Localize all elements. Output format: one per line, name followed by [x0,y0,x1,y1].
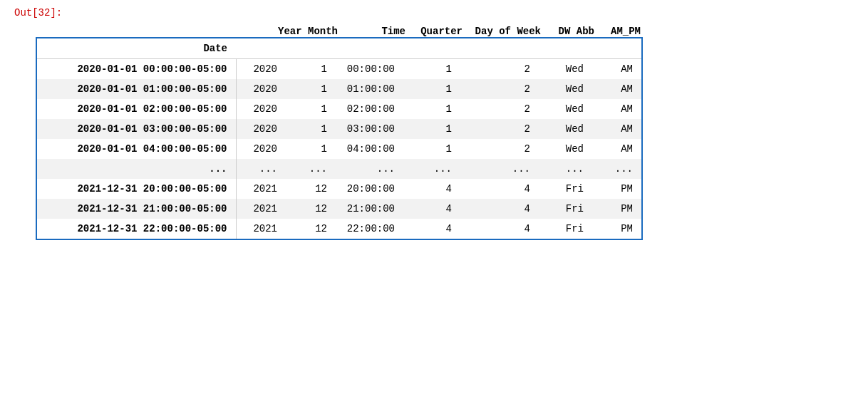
col-header-am-pm: AM_PM [594,26,641,37]
col-header-year-month: Year Month [252,26,338,37]
table-row: 2021-12-31 20:00:00-05:0020211220:00:004… [36,179,642,199]
date-cell: 2021-12-31 21:00:00-05:00 [36,199,236,219]
dw-abb-cell: Fri [539,219,592,239]
date-cell: 2020-01-01 02:00:00-05:00 [36,99,236,119]
dw-abb-cell: Fri [539,179,592,199]
date-cell: 2020-01-01 04:00:00-05:00 [36,139,236,159]
quarter-cell: ... [403,159,460,179]
time-cell: 20:00:00 [336,179,403,199]
dw-abb-cell: Wed [539,119,592,139]
year-cell: 2020 [236,79,286,99]
time-cell: 21:00:00 [336,199,403,219]
year-cell: ... [236,159,286,179]
dow-cell: 4 [460,179,539,199]
am-pm-cell: PM [592,179,642,199]
dow-cell: 2 [460,99,539,119]
month-cell: 1 [286,139,336,159]
dw-abb-cell: Wed [539,139,592,159]
time-cell: 00:00:00 [336,59,403,80]
date-cell: 2021-12-31 20:00:00-05:00 [36,179,236,199]
output-label: Out[32]: [14,7,854,19]
year-cell: 2021 [236,219,286,239]
col-header-time: Time [338,26,405,37]
dow-cell: 4 [460,219,539,239]
table-row: 2020-01-01 03:00:00-05:002020103:00:0012… [36,119,642,139]
time-cell: 01:00:00 [336,79,403,99]
year-cell: 2020 [236,119,286,139]
time-cell: 04:00:00 [336,139,403,159]
date-cell: 2020-01-01 01:00:00-05:00 [36,79,236,99]
dw-abb-cell: Fri [539,199,592,219]
month-cell: 1 [286,99,336,119]
table-row: 2021-12-31 22:00:00-05:0020211222:00:004… [36,219,642,239]
year-cell: 2020 [236,139,286,159]
time-cell: ... [336,159,403,179]
col-header-dw-abb: DW Abb [541,26,594,37]
am-pm-cell: AM [592,59,642,80]
table-row: 2020-01-01 02:00:00-05:002020102:00:0012… [36,99,642,119]
quarter-cell: 1 [403,139,460,159]
table-row: 2021-12-31 21:00:00-05:0020211221:00:004… [36,199,642,219]
year-cell: 2021 [236,199,286,219]
col-header-quarter: Quarter [405,26,463,37]
year-cell: 2020 [236,99,286,119]
table-row: 2020-01-01 04:00:00-05:002020104:00:0012… [36,139,642,159]
date-cell: 2021-12-31 22:00:00-05:00 [36,219,236,239]
quarter-cell: 1 [403,119,460,139]
am-pm-cell: AM [592,139,642,159]
dow-cell: 2 [460,59,539,80]
quarter-cell: 4 [403,179,460,199]
year-cell: 2021 [236,179,286,199]
col-header-day-of-week: Day of Week [463,26,541,37]
dow-cell: 2 [460,139,539,159]
month-cell: 1 [286,79,336,99]
dow-cell: 2 [460,79,539,99]
quarter-cell: 1 [403,59,460,80]
am-pm-cell: PM [592,199,642,219]
am-pm-cell: AM [592,79,642,99]
dw-abb-cell: Wed [539,59,592,80]
month-cell: 1 [286,59,336,80]
dow-cell: 2 [460,119,539,139]
time-cell: 02:00:00 [336,99,403,119]
year-cell: 2020 [236,59,286,80]
dw-abb-cell: ... [539,159,592,179]
data-table: Date 2020-01-01 00:00:00-05:002020100:00… [36,37,643,240]
table-row: 2020-01-01 01:00:00-05:002020101:00:0012… [36,79,642,99]
table-row: ........................ [36,159,642,179]
table-row: 2020-01-01 00:00:00-05:002020100:00:0012… [36,59,642,80]
dow-cell: 4 [460,199,539,219]
time-cell: 22:00:00 [336,219,403,239]
dw-abb-cell: Wed [539,79,592,99]
quarter-cell: 4 [403,199,460,219]
quarter-cell: 1 [403,99,460,119]
dow-cell: ... [460,159,539,179]
month-cell: ... [286,159,336,179]
date-column-header: Date [36,38,236,59]
quarter-cell: 4 [403,219,460,239]
date-cell: 2020-01-01 03:00:00-05:00 [36,119,236,139]
month-cell: 1 [286,119,336,139]
dw-abb-cell: Wed [539,99,592,119]
am-pm-cell: AM [592,119,642,139]
month-cell: 12 [286,199,336,219]
month-cell: 12 [286,219,336,239]
date-cell: ... [36,159,236,179]
date-cell: 2020-01-01 00:00:00-05:00 [36,59,236,80]
am-pm-cell: AM [592,99,642,119]
time-cell: 03:00:00 [336,119,403,139]
am-pm-cell: ... [592,159,642,179]
am-pm-cell: PM [592,219,642,239]
quarter-cell: 1 [403,79,460,99]
month-cell: 12 [286,179,336,199]
